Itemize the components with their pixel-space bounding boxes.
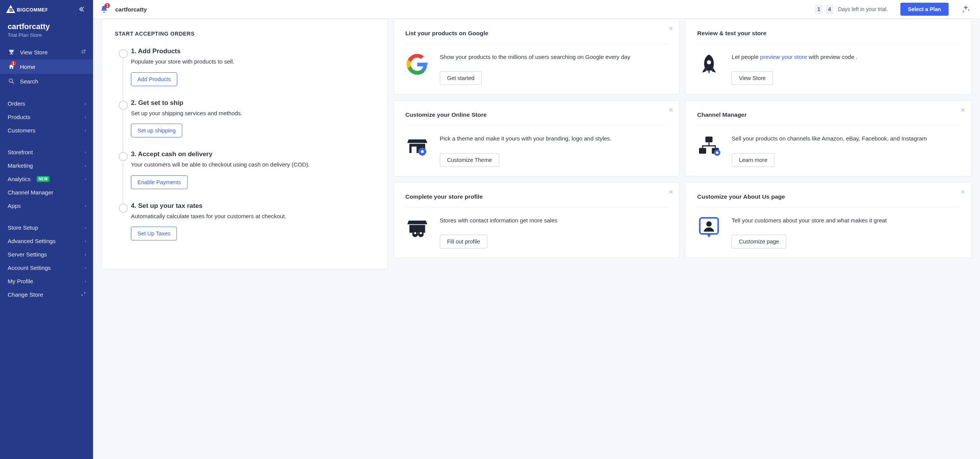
google-get-started-button[interactable]: Get started — [440, 71, 482, 85]
chevron-right-icon: › — [85, 252, 86, 257]
trial-countdown: 1 4 Days left in your trial. — [815, 5, 888, 14]
chevron-double-left-icon — [78, 6, 85, 12]
nav-marketing[interactable]: Marketing› — [0, 159, 93, 172]
nav-label: Search — [20, 78, 38, 85]
nav-my-profile[interactable]: My Profile› — [0, 274, 93, 288]
close-card-button[interactable]: × — [960, 106, 965, 114]
chevron-right-icon: › — [85, 101, 86, 106]
customize-theme-button[interactable]: Customize Theme — [440, 153, 499, 167]
add-products-button[interactable]: Add Products — [131, 72, 177, 86]
view-store-button[interactable]: View Store — [732, 71, 773, 85]
select-plan-button[interactable]: Select a Plan — [900, 3, 949, 16]
nav-customers[interactable]: Customers› — [0, 124, 93, 137]
google-icon — [405, 52, 429, 76]
card-desc: Show your products to the millions of us… — [440, 52, 668, 61]
home-badge: 1 — [11, 61, 16, 66]
new-badge: NEW — [37, 176, 49, 182]
nav-storefront[interactable]: Storefront› — [0, 145, 93, 159]
svg-point-16 — [420, 232, 422, 234]
nav-account-settings[interactable]: Account Settings› — [0, 261, 93, 274]
card-title: Customize your About Us page — [697, 193, 960, 207]
svg-rect-0 — [9, 8, 13, 10]
nav-label: Customers — [8, 127, 36, 134]
card-title: Review & test your store — [697, 30, 960, 44]
channel-learn-more-button[interactable]: Learn more — [732, 153, 774, 167]
nav-label: Account Settings — [8, 265, 51, 271]
main-area: 1 cartforcatty 1 4 Days left in your tri… — [93, 0, 980, 459]
card-customize-store: × Customize your Online Store Pick a the… — [394, 100, 680, 176]
collapse-sidebar-button[interactable] — [77, 5, 86, 14]
nav-view-store[interactable]: View Store — [0, 45, 93, 59]
step-desc: Automatically calculate taxes for your c… — [131, 212, 374, 221]
nav-analytics[interactable]: AnalyticsNEW› — [0, 172, 93, 186]
card-title: Customize your Online Store — [405, 111, 668, 126]
fill-out-profile-button[interactable]: Fill out profile — [440, 235, 487, 248]
chevron-right-icon: › — [85, 279, 86, 284]
nav-label: Server Settings — [8, 251, 47, 258]
svg-point-7 — [421, 150, 424, 154]
nav-server-settings[interactable]: Server Settings› — [0, 248, 93, 261]
trial-digit-2: 4 — [826, 5, 833, 14]
card-store-profile: × Complete your store profile Stores wit… — [394, 182, 680, 258]
chevron-right-icon: › — [85, 203, 86, 209]
nav-label: View Store — [20, 49, 47, 56]
svg-point-12 — [716, 152, 719, 154]
chevron-right-icon: › — [85, 176, 86, 182]
dashboard-content: START ACCEPTING ORDERS 1. Add Products P… — [93, 19, 980, 459]
close-card-button[interactable]: × — [669, 188, 673, 196]
onboarding-steps-card: START ACCEPTING ORDERS 1. Add Products P… — [101, 19, 388, 270]
chevron-right-icon: › — [85, 225, 86, 230]
nav-products[interactable]: Products› — [0, 110, 93, 124]
chevron-right-icon: › — [85, 128, 86, 133]
svg-rect-9 — [699, 148, 706, 154]
sidebar: BIGCOMMERCE cartforcatty Trial Plan Stor… — [0, 0, 93, 459]
search-icon — [8, 77, 15, 85]
topbar: 1 cartforcatty 1 4 Days left in your tri… — [93, 0, 980, 19]
app-root: BIGCOMMERCE cartforcatty Trial Plan Stor… — [0, 0, 980, 459]
close-card-button[interactable]: × — [669, 106, 673, 114]
store-plan: Trial Plan Store — [8, 32, 85, 38]
set-up-shipping-button[interactable]: Set up shipping — [131, 124, 182, 137]
topbar-title: cartforcatty — [115, 6, 147, 13]
close-card-button[interactable]: × — [960, 188, 965, 196]
step-title: 4. Set up your tax rates — [131, 202, 374, 210]
assistant-button[interactable] — [959, 3, 972, 16]
brand-logo[interactable]: BIGCOMMERCE — [5, 4, 47, 15]
rocket-icon — [697, 52, 721, 76]
nav-label: Orders — [8, 100, 25, 107]
notifications-button[interactable]: 1 — [98, 3, 110, 15]
nav-label: Analytics — [8, 176, 31, 182]
close-card-button[interactable]: × — [669, 25, 673, 32]
card-title: Complete your store profile — [405, 193, 668, 207]
step-tax-rates: 4. Set up your tax rates Automatically c… — [115, 202, 374, 241]
nav-label: Marketing — [8, 162, 33, 169]
svg-point-18 — [706, 221, 712, 227]
nav-change-store[interactable]: Change Store — [0, 288, 93, 301]
card-review-test-store: Review & test your store Let people prev… — [685, 19, 972, 95]
bigcommerce-logo-icon: BIGCOMMERCE — [5, 4, 47, 15]
preview-store-link[interactable]: preview your store — [760, 54, 807, 60]
chevron-right-icon: › — [85, 238, 86, 244]
svg-point-3 — [9, 79, 13, 82]
desc-text-pre: Let people — [732, 54, 760, 60]
nav-advanced-settings[interactable]: Advanced Settings› — [0, 234, 93, 248]
nav-store-setup[interactable]: Store Setup› — [0, 221, 93, 234]
nav-search[interactable]: Search — [0, 74, 93, 88]
nav-orders[interactable]: Orders› — [0, 97, 93, 110]
nav-channel-manager[interactable]: Channel Manager — [0, 186, 93, 199]
step-add-products: 1. Add Products Populate your store with… — [115, 47, 374, 99]
card-desc: Tell your customers about your store and… — [732, 216, 960, 225]
storefront-icon — [8, 48, 15, 56]
svg-rect-8 — [706, 137, 713, 142]
nav-label: Advanced Settings — [8, 238, 56, 244]
set-up-taxes-button[interactable]: Set Up Taxes — [131, 227, 177, 240]
enable-payments-button[interactable]: Enable Payments — [131, 175, 188, 189]
steps-heading: START ACCEPTING ORDERS — [115, 31, 374, 37]
card-title: Channel Manager — [697, 111, 960, 126]
chevron-right-icon: › — [85, 265, 86, 271]
nav-apps[interactable]: Apps› — [0, 199, 93, 212]
customize-about-page-button[interactable]: Customize page — [732, 235, 786, 248]
step-desc: Your customers will be able to checkout … — [131, 160, 374, 169]
nav-home[interactable]: 1 Home — [0, 59, 93, 74]
step-title: 1. Add Products — [131, 47, 374, 55]
